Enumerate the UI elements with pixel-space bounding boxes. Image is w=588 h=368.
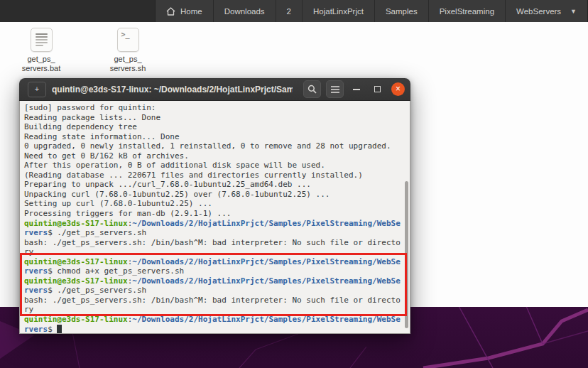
pathbar-item-downloads[interactable]: Downloads (214, 0, 276, 22)
terminal-line: quintin@e3ds-S17-linux:~/Downloads/2/Hoj… (24, 257, 405, 267)
pathbar-item-label: HojatLinxPrjct (313, 7, 364, 16)
pathbar-item-label: Samples (386, 7, 418, 16)
pathbar-item-2[interactable]: 2 (276, 0, 303, 22)
terminal-line: Need to get 0 B/162 kB of archives. (24, 151, 405, 161)
new-tab-button[interactable] (28, 82, 46, 97)
file-label: get_ps_ servers.bat (22, 55, 60, 72)
menu-button[interactable] (326, 80, 344, 98)
hamburger-icon (331, 86, 339, 93)
terminal-line: [sudo] password for quintin: (24, 103, 405, 113)
terminal-line: rvers$ (24, 325, 405, 334)
pathbar-item-label: WebServers (516, 7, 561, 16)
document-lines-decoration (36, 33, 48, 48)
terminal-body[interactable]: [sudo] password for quintin:Reading pack… (19, 101, 410, 334)
maximize-icon (374, 86, 381, 92)
terminal-line: rvers$ ./get_ps_servers.sh (24, 286, 405, 296)
terminal-window: quintin@e3ds-S17-linux: ~/Downloads/2/Ho… (19, 78, 410, 334)
terminal-line: Reading package lists... Done (24, 113, 405, 123)
terminal-line: bash: ./get_ps_servers.sh: /bin/bash^M: … (24, 296, 405, 305)
pathbar-item-label: Home (180, 7, 202, 16)
home-icon (166, 7, 175, 16)
pathbar-item-label: 2 (287, 7, 291, 16)
pathbar-item-home[interactable]: Home (156, 0, 214, 22)
search-icon (307, 85, 317, 94)
terminal-line: After this operation, 0 B of additional … (24, 161, 405, 171)
pathbar-item-pixelstreaming[interactable]: PixelStreaming (429, 0, 506, 22)
file-manager-pathbar: HomeDownloads2HojatLinxPrjctSamplesPixel… (0, 0, 588, 22)
terminal-output: [sudo] password for quintin:Reading pack… (20, 101, 410, 334)
desktop-screen: get_ps_ servers.batget_ps_ servers.sh Ho… (0, 0, 588, 368)
terminal-window-title: quintin@e3ds-S17-linux: ~/Downloads/2/Ho… (52, 85, 293, 94)
pathbar-item-label: PixelStreaming (440, 7, 494, 16)
terminal-line: rvers$ chmod a+x get_ps_servers.sh (24, 266, 405, 276)
chevron-down-icon: ▼ (570, 8, 577, 15)
file-item-bat[interactable]: get_ps_ servers.bat (12, 28, 70, 72)
terminal-line: quintin@e3ds-S17-linux:~/Downloads/2/Hoj… (24, 315, 405, 325)
text-file-icon (31, 28, 53, 52)
minimize-button[interactable] (349, 82, 364, 97)
shell-script-icon (117, 28, 139, 52)
terminal-line: 0 upgraded, 0 newly installed, 1 reinsta… (24, 141, 405, 151)
terminal-line: quintin@e3ds-S17-linux:~/Downloads/2/Hoj… (24, 219, 405, 229)
pathbar-item-hojatlinxprjct[interactable]: HojatLinxPrjct (303, 0, 375, 22)
close-icon: × (396, 85, 401, 93)
terminal-line: rvers$ ./get_ps_servers.sh (24, 228, 405, 238)
terminal-titlebar[interactable]: quintin@e3ds-S17-linux: ~/Downloads/2/Ho… (19, 78, 410, 101)
file-label: get_ps_ servers.sh (110, 55, 146, 72)
terminal-cursor (57, 325, 62, 333)
terminal-line: ry (24, 247, 405, 257)
terminal-scrollbar[interactable] (405, 181, 408, 328)
terminal-line: Reading state information... Done (24, 132, 405, 142)
terminal-line: Setting up curl (7.68.0-1ubuntu2.25) ... (24, 199, 405, 209)
maximize-button[interactable] (369, 82, 385, 97)
terminal-line: Building dependency tree (24, 122, 405, 132)
minimize-icon (353, 89, 360, 90)
breadcrumb: HomeDownloads2HojatLinxPrjctSamplesPixel… (155, 0, 588, 22)
terminal-line: Processing triggers for man-db (2.9.1-1)… (24, 209, 405, 219)
terminal-line: bash: ./get_ps_servers.sh: /bin/bash^M: … (24, 238, 405, 248)
terminal-line: quintin@e3ds-S17-linux:~/Downloads/2/Hoj… (24, 276, 405, 286)
terminal-line: (Reading database ... 220671 files and d… (24, 171, 405, 180)
search-button[interactable] (303, 80, 321, 98)
pathbar-item-label: Downloads (224, 7, 265, 16)
close-button[interactable]: × (391, 82, 405, 96)
terminal-line: Preparing to unpack .../curl_7.68.0-1ubu… (24, 180, 405, 190)
terminal-line: ry (24, 305, 405, 315)
pathbar-item-samples[interactable]: Samples (375, 0, 429, 22)
file-item-sh[interactable]: get_ps_ servers.sh (99, 28, 157, 72)
pathbar-item-webservers[interactable]: WebServers▼ (506, 0, 587, 22)
terminal-line: Unpacking curl (7.68.0-1ubuntu2.25) over… (24, 190, 405, 200)
